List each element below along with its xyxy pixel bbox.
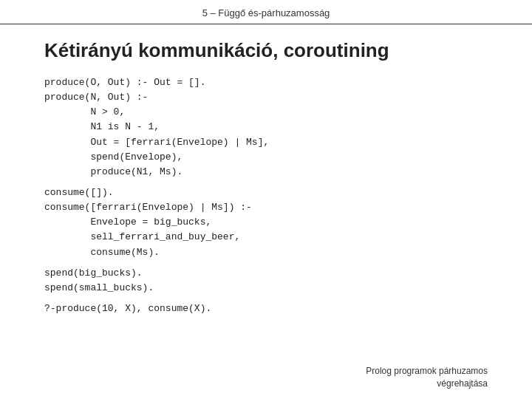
page-container: 5 – Függő és-párhuzamosság Kétirányú kom… [0,0,532,399]
footer-line1: Prolog programok párhuzamos [366,366,488,376]
footer: Prolog programok párhuzamos végrehajtása [0,359,532,399]
code-block-1: produce(O, Out) :- Out = []. produce(N, … [44,75,488,180]
top-bar: 5 – Függő és-párhuzamosság [0,0,532,24]
code-block-4: ?-produce(10, X), consume(X). [44,301,488,316]
main-content: Kétirányú kommunikáció, coroutining prod… [0,24,532,359]
code-block-3: spend(big_bucks). spend(small_bucks). [44,266,488,296]
slide-title: Kétirányú kommunikáció, coroutining [44,39,488,62]
footer-line2: végrehajtása [437,378,488,389]
top-bar-label: 5 – Függő és-párhuzamosság [202,7,330,18]
code-block-2: consume([]). consume([ferrari(Envelope) … [44,185,488,260]
